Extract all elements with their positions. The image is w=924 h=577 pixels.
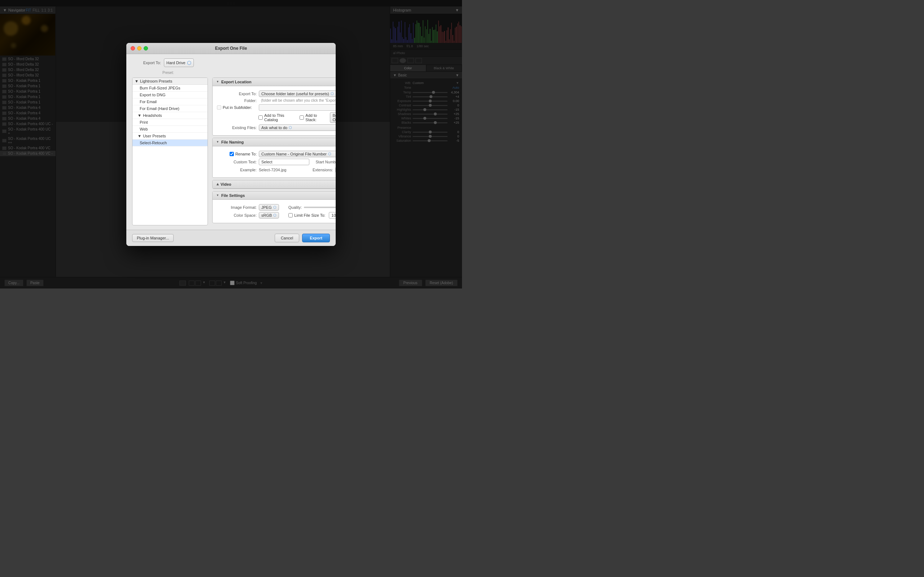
el-folder-text: (folder will be chosen after you click t… <box>261 98 336 102</box>
fs-colorspace-select[interactable]: sRGB ⬡ <box>259 212 279 219</box>
preset-print[interactable]: Print <box>132 119 208 126</box>
export-location-body: Export To: Choose folder later (useful f… <box>213 86 336 135</box>
el-catalog-text: Add to This Catalog <box>264 113 297 122</box>
el-export-to-label: Export To: <box>217 92 257 96</box>
export-dialog: Export One File Export To: Hard Drive ⬡ … <box>126 43 336 246</box>
fn-start-number-label: Start Number: <box>312 160 336 164</box>
hs-label: Headshots <box>143 113 162 118</box>
el-folder-label: Folder: <box>217 98 257 103</box>
el-export-to-select[interactable]: Choose folder later (useful for presets)… <box>259 90 336 97</box>
close-button[interactable] <box>131 46 135 50</box>
el-stack-area: Add to Stack: Below Original ⬡ <box>300 112 336 123</box>
el-title: Export Location <box>221 80 252 84</box>
el-existing-val: Ask what to do <box>261 126 287 130</box>
el-catalog-checkbox[interactable] <box>258 115 263 120</box>
fs-format-row: Image Format: JPEG ⬡ Quality: <box>217 204 336 211</box>
fn-extensions-label: Extensions: <box>304 168 333 172</box>
video-title: Video <box>221 182 231 187</box>
preset-for-email-hd[interactable]: For Email (Hard Drive) <box>132 105 208 112</box>
el-subfolder-label: Put in Subfolder: <box>217 105 257 110</box>
video-header[interactable]: ▶ Video <box>213 180 336 189</box>
headshots-header[interactable]: ▼ Headshots <box>132 112 208 119</box>
export-to-selector[interactable]: Hard Drive ⬡ <box>164 58 194 67</box>
fs-limit-input[interactable] <box>329 212 336 219</box>
fn-custom-row: Custom Text: Start Number: <box>217 159 336 165</box>
fs-colorspace-arrow: ⬡ <box>273 213 276 217</box>
lightroom-presets-header[interactable]: ▼ Lightroom Presets <box>132 78 208 85</box>
el-subfolder-check-label: Put in Subfolder: <box>217 105 257 110</box>
el-subfolder-checkbox[interactable] <box>217 105 221 110</box>
preset-burn-jpegs[interactable]: Burn Full-Sized JPEGs <box>132 85 208 92</box>
fs-limit-label: Limit File Size To: <box>288 213 325 218</box>
preset-panel: ▼ Lightroom Presets Burn Full-Sized JPEG… <box>132 77 208 226</box>
dialog-footer: Plug-in Manager... Cancel Export <box>126 230 336 246</box>
file-naming-header[interactable]: ▼ File Naming <box>213 138 336 147</box>
fn-example-value: Select-7204.jpg <box>259 168 302 172</box>
el-existing-row: Existing Files: Ask what to do ⬡ <box>217 124 336 131</box>
export-location-section: ▼ Export Location Export To: Choose fold… <box>212 77 336 135</box>
fn-rename-label: Rename To: <box>217 152 257 156</box>
el-select-arrow: ⬡ <box>331 92 334 95</box>
el-subfolder-row: Put in Subfolder: <box>217 104 336 111</box>
el-below-original-select[interactable]: Below Original ⬡ <box>330 112 336 123</box>
fn-triangle: ▼ <box>216 140 219 143</box>
fs-quality-slider[interactable] <box>304 204 336 211</box>
export-to-main-label: Export To: <box>132 61 161 65</box>
el-export-to-val: Choose folder later (useful for presets) <box>261 92 329 96</box>
export-location-header[interactable]: ▼ Export Location <box>213 78 336 86</box>
traffic-lights <box>131 46 148 50</box>
el-existing-select[interactable]: Ask what to do ⬡ <box>259 124 336 131</box>
fn-rename-checkbox[interactable] <box>229 152 234 156</box>
el-folder-row: Folder: (folder will be chosen after you… <box>217 98 336 103</box>
fn-custom-input[interactable] <box>259 159 309 165</box>
fs-colorspace-label: Color Space: <box>217 213 257 218</box>
export-button[interactable]: Export <box>302 234 330 242</box>
preset-label: Preset: <box>162 71 330 75</box>
cancel-button[interactable]: Cancel <box>275 234 299 242</box>
fs-quality-fill <box>304 206 336 208</box>
fn-example-label: Example: <box>217 168 257 172</box>
preset-select-retouch[interactable]: Select-Retouch <box>132 140 208 147</box>
preset-web[interactable]: Web <box>132 126 208 133</box>
el-stack-text: Add to Stack: <box>305 113 328 122</box>
plug-in-manager-button[interactable]: Plug-in Manager... <box>132 234 174 242</box>
footer-right: Cancel Export <box>275 234 330 242</box>
fs-format-label: Image Format: <box>217 205 257 210</box>
fs-limit-checkbox[interactable] <box>288 213 293 218</box>
el-subfolder-text: Put in Subfolder: <box>223 105 252 110</box>
el-stack-label: Add to Stack: <box>300 113 328 122</box>
export-to-value: Hard Drive <box>166 61 186 65</box>
fn-rename-val: Custom Name - Original File Number <box>261 152 327 156</box>
fs-colorspace-val: sRGB <box>261 213 272 218</box>
preset-for-email[interactable]: For Email <box>132 98 208 105</box>
fs-quality-label: Quality: <box>288 205 302 210</box>
fn-example-row: Example: Select-7204.jpg Extensions: Low… <box>217 167 336 173</box>
fs-format-val: JPEG <box>261 205 272 210</box>
minimize-button[interactable] <box>137 46 142 50</box>
video-section: ▶ Video <box>212 180 336 189</box>
dialog-titlebar: Export One File <box>126 43 336 54</box>
up-arrow: ▼ <box>137 134 142 138</box>
fs-format-select[interactable]: JPEG ⬡ <box>259 204 279 211</box>
modal-overlay: Export One File Export To: Hard Drive ⬡ … <box>0 0 462 288</box>
preset-export-dng[interactable]: Export to DNG <box>132 92 208 98</box>
lp-arrow: ▼ <box>135 79 139 83</box>
dialog-title: Export One File <box>215 46 247 51</box>
fn-extensions-select[interactable]: Lowercase ⬡ <box>335 167 336 173</box>
el-subfolder-input <box>259 104 336 111</box>
fn-custom-label: Custom Text: <box>217 160 257 164</box>
fs-title: File Settings <box>221 193 245 198</box>
el-stack-checkbox[interactable] <box>300 115 304 120</box>
el-catalog-row: Add to This Catalog Add to Stack: Below … <box>217 112 336 123</box>
file-naming-body: Rename To: Custom Name - Original File N… <box>213 147 336 177</box>
el-catalog-label: Add to This Catalog <box>258 113 297 122</box>
user-presets-header[interactable]: ▼ User Presets <box>132 133 208 140</box>
el-existing-arrow: ⬡ <box>289 126 292 129</box>
fn-rename-arrow: ⬡ <box>328 152 331 156</box>
maximize-button[interactable] <box>144 46 148 50</box>
dialog-content: ▼ Lightroom Presets Burn Full-Sized JPEG… <box>132 77 330 226</box>
file-settings-header[interactable]: ▼ File Settings <box>213 192 336 200</box>
hs-arrow: ▼ <box>137 113 142 118</box>
fs-quality-track <box>304 206 336 208</box>
fn-rename-select[interactable]: Custom Name - Original File Number ⬡ <box>259 151 336 157</box>
